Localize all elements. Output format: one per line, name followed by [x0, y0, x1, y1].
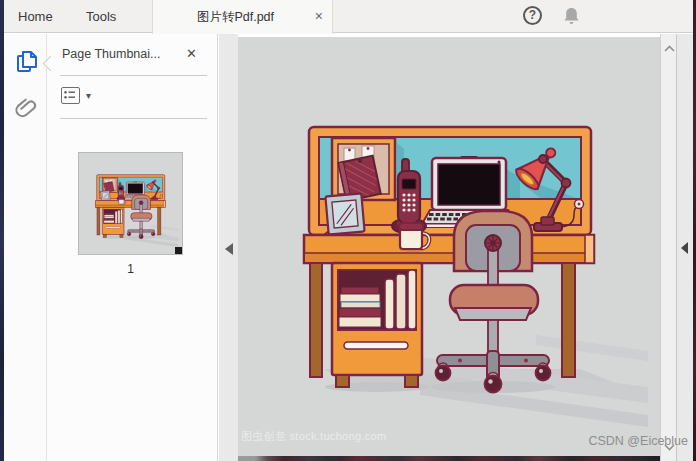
next-page-edge [238, 456, 660, 461]
page-thumbnail-image [79, 153, 182, 254]
tools-panel-collapsed [677, 34, 693, 461]
thumbnail-options-button[interactable]: ▾ [61, 87, 101, 105]
csdn-watermark: CSDN @Eiceblue [588, 434, 688, 448]
scroll-up-icon[interactable] [663, 39, 676, 57]
document-viewport[interactable]: 图虫创意 stock.tuchong.com [238, 34, 660, 461]
bell-glyph [561, 5, 582, 28]
page-thumbnail-1[interactable] [78, 152, 183, 255]
thumbnail-resize-handle[interactable] [175, 247, 182, 254]
app-body: Page Thumbnai... ✕ ▾ [0, 34, 696, 461]
pdf-page-image [238, 37, 660, 456]
list-options-icon [61, 87, 80, 104]
caret-down-icon: ▾ [86, 90, 91, 101]
page-thumbnails-panel: Page Thumbnai... ✕ ▾ [47, 34, 218, 461]
top-bar: Home Tools 图片转Pdf.pdf × ? [0, 0, 696, 33]
notifications-bell-icon[interactable] [561, 5, 582, 28]
document-tab-close-icon[interactable]: × [315, 0, 323, 33]
screen-edge-left [0, 0, 4, 461]
left-rail [4, 34, 47, 461]
document-tab-title: 图片转Pdf.pdf [197, 9, 274, 26]
panel-divider [60, 75, 207, 76]
vertical-scrollbar[interactable] [660, 34, 677, 461]
stock-watermark: 图虫创意 stock.tuchong.com [241, 429, 386, 444]
document-tab[interactable]: 图片转Pdf.pdf × [152, 0, 333, 34]
expand-tools-panel-icon[interactable] [681, 242, 688, 254]
help-icon[interactable]: ? [523, 6, 542, 25]
page-thumbnails-icon[interactable] [15, 48, 39, 76]
panel-title: Page Thumbnai... [62, 47, 160, 61]
panel-gutter [219, 34, 238, 461]
tab-home[interactable]: Home [18, 0, 53, 33]
help-question-glyph: ? [529, 8, 536, 22]
tab-tools[interactable]: Tools [86, 0, 116, 33]
panel-divider [60, 118, 207, 119]
collapse-panel-icon[interactable] [225, 243, 233, 255]
acrobat-window: Home Tools 图片转Pdf.pdf × ? [0, 0, 696, 461]
attachments-paperclip-icon[interactable] [15, 95, 39, 123]
page-number-label: 1 [78, 262, 183, 276]
panel-close-icon[interactable]: ✕ [186, 46, 197, 61]
